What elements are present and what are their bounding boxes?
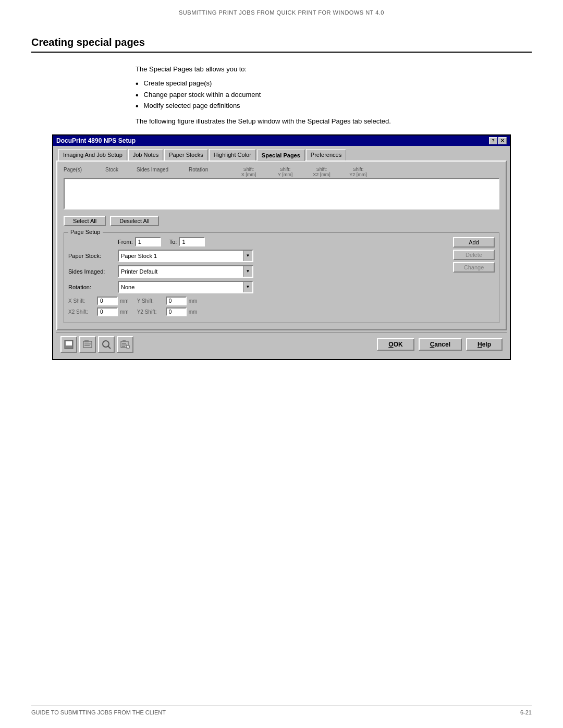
footer-left: GUIDE TO SUBMITTING JOBS FROM THE CLIENT: [31, 709, 166, 715]
svg-rect-3: [84, 340, 89, 342]
x-shift-unit: mm: [120, 298, 129, 304]
bullet-3: Modify selected page definitions: [136, 102, 532, 111]
page-setup-group: Page Setup From: To:: [64, 232, 499, 323]
tab-content: Page(s) Stock Sides Imaged Rotation Shif…: [56, 161, 507, 330]
col-header-sides: Sides Imaged: [137, 167, 189, 177]
side-buttons: Add Delete Change: [453, 237, 495, 318]
rotation-value: None: [119, 283, 243, 291]
sides-imaged-row: Sides Imaged: Printer Default ▼: [68, 265, 445, 278]
delete-button[interactable]: Delete: [453, 250, 495, 260]
y2-shift-unit: mm: [189, 309, 198, 315]
toolbar-icon-2[interactable]: [79, 336, 96, 353]
y-shift-unit: mm: [189, 298, 198, 304]
x2-shift-input[interactable]: [97, 307, 118, 316]
help-button[interactable]: Help: [466, 338, 503, 351]
paper-stock-row: Paper Stock: Paper Stock 1 ▼: [68, 250, 445, 262]
xy-shift-row: X Shift: mm Y Shift: mm: [68, 297, 445, 305]
paper-stock-arrow[interactable]: ▼: [243, 251, 252, 261]
ok-button[interactable]: OOK: [377, 338, 414, 351]
tab-preferences[interactable]: Preferences: [306, 149, 346, 161]
form-fields: From: To: Paper Stock: Paper Stock 1: [68, 237, 445, 318]
special-pages-listbox[interactable]: [64, 178, 499, 209]
from-input[interactable]: [135, 237, 161, 246]
rotation-arrow[interactable]: ▼: [243, 282, 252, 292]
change-button[interactable]: Change: [453, 262, 495, 273]
dialog-title: DocuPrint 4890 NPS Setup: [56, 137, 136, 144]
x2y2-shift-row: X2 Shift: mm Y2 Shift: mm: [68, 307, 445, 316]
toolbar-icon-4[interactable]: JT: [117, 336, 133, 353]
deselect-all-button[interactable]: Deselect All: [110, 216, 158, 226]
tab-imaging[interactable]: Imaging And Job Setup: [58, 149, 127, 161]
titlebar-buttons: ? ✕: [489, 137, 507, 144]
y-shift-input[interactable]: [166, 297, 187, 305]
footer-buttons: OOK Cancel Help: [377, 338, 503, 351]
section-title: Creating special pages: [31, 36, 532, 53]
selection-btn-row: Select All Deselect All: [62, 214, 501, 228]
table-headers: Page(s) Stock Sides Imaged Rotation Shif…: [62, 166, 501, 177]
page-setup-label: Page Setup: [68, 229, 103, 235]
to-input[interactable]: [179, 237, 205, 246]
intro-text: The Special Pages tab allows you to:: [136, 65, 532, 73]
svg-rect-9: [123, 340, 126, 342]
svg-rect-1: [66, 341, 72, 346]
toolbar-icons: JT: [60, 336, 133, 353]
ok-label: OK: [394, 341, 403, 348]
tab-specialpages[interactable]: Special Pages: [257, 150, 305, 161]
col-header-pages: Page(s): [64, 167, 105, 177]
sides-imaged-value: Printer Default: [119, 267, 243, 276]
cancel-button[interactable]: Cancel: [419, 338, 462, 351]
y2-shift-label: Y2 Shift:: [137, 309, 166, 315]
help-titlebar-btn[interactable]: ?: [489, 137, 497, 144]
col-header-shiftx2: Shift: X2 [mm]: [303, 167, 340, 177]
page-setup-inner: From: To: Paper Stock: Paper Stock 1: [68, 237, 495, 318]
sides-imaged-select[interactable]: Printer Default ▼: [118, 265, 253, 278]
header-text: SUBMITTING PRINT JOBS FROM QUICK PRINT F…: [179, 9, 384, 16]
svg-line-7: [108, 346, 111, 349]
rotation-label: Rotation:: [68, 284, 118, 290]
footer-right: 6-21: [520, 709, 532, 715]
page-header: SUBMITTING PRINT JOBS FROM QUICK PRINT F…: [0, 0, 563, 16]
sides-imaged-label: Sides Imaged:: [68, 268, 118, 275]
figure-caption: The following figure illustrates the Set…: [136, 117, 532, 125]
page-footer: GUIDE TO SUBMITTING JOBS FROM THE CLIENT…: [31, 706, 532, 715]
dialog-window: DocuPrint 4890 NPS Setup ? ✕ Imaging And…: [52, 134, 511, 360]
paper-stock-label: Paper Stock:: [68, 253, 118, 259]
from-label: From:: [118, 239, 133, 245]
col-header-shiftx: Shift: X [mm]: [230, 167, 267, 177]
tabs-bar: Imaging And Job Setup Job Notes Paper St…: [56, 149, 507, 161]
dialog-titlebar: DocuPrint 4890 NPS Setup ? ✕: [53, 135, 510, 146]
bullet-2: Change paper stock within a document: [136, 91, 532, 100]
col-header-rotation: Rotation: [189, 167, 230, 177]
tab-highlightcolor[interactable]: Highlight Color: [209, 149, 256, 161]
rotation-select[interactable]: None ▼: [118, 281, 253, 293]
select-all-button[interactable]: Select All: [64, 216, 106, 226]
x2-shift-unit: mm: [120, 309, 129, 315]
x-shift-label: X Shift:: [68, 298, 97, 304]
col-header-shifty2: Shift: Y2 [mm]: [340, 167, 376, 177]
y-shift-label: Y Shift:: [137, 298, 166, 304]
to-label: To:: [169, 239, 177, 245]
sides-imaged-arrow[interactable]: ▼: [243, 266, 252, 277]
col-header-shifty: Shift: Y [mm]: [267, 167, 303, 177]
toolbar-icon-1[interactable]: [60, 336, 77, 353]
tab-jobnotes[interactable]: Job Notes: [128, 149, 164, 161]
tab-paperstocks[interactable]: Paper Stocks: [164, 149, 207, 161]
bullet-list: Create special page(s) Change paper stoc…: [136, 79, 532, 111]
dialog-footer: JT OOK Cancel Help: [56, 332, 507, 356]
bullet-1: Create special page(s): [136, 79, 532, 89]
paper-stock-value: Paper Stock 1: [119, 252, 243, 260]
x-shift-input[interactable]: [97, 297, 118, 305]
close-titlebar-btn[interactable]: ✕: [498, 137, 507, 144]
toolbar-icon-3[interactable]: [98, 336, 115, 353]
paper-stock-select[interactable]: Paper Stock 1 ▼: [118, 250, 253, 262]
from-to-row: From: To:: [68, 237, 445, 246]
dialog-body: Imaging And Job Setup Job Notes Paper St…: [53, 146, 510, 359]
x2-shift-label: X2 Shift:: [68, 309, 97, 315]
add-button[interactable]: Add: [453, 237, 495, 248]
rotation-row: Rotation: None ▼: [68, 281, 445, 293]
y2-shift-input[interactable]: [166, 307, 187, 316]
svg-text:JT: JT: [127, 346, 130, 349]
col-header-stock: Stock: [105, 167, 137, 177]
